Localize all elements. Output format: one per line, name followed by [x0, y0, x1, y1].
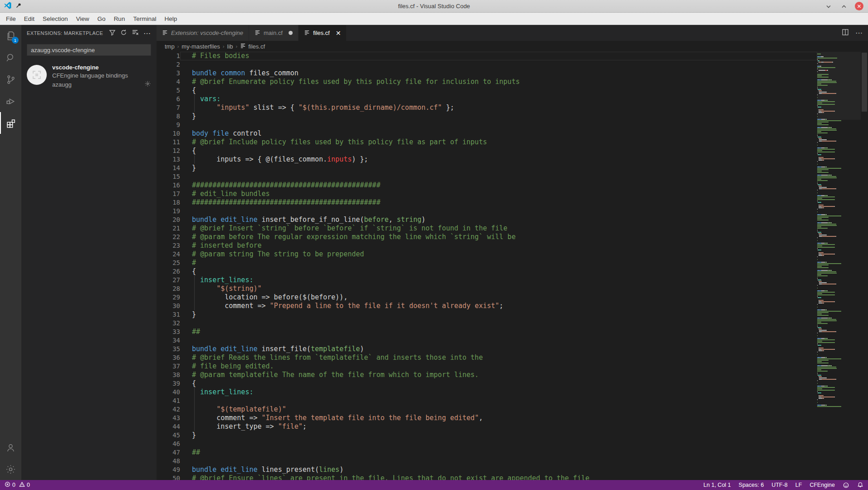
code-line-16[interactable]: 16######################################…	[157, 181, 817, 190]
extension-search-box[interactable]	[27, 44, 151, 56]
code-line-35[interactable]: 35bundle edit_line insert_file(templatef…	[157, 345, 817, 353]
code-line-11[interactable]: 11# @brief Include policy files used by …	[157, 138, 817, 147]
code-line-23[interactable]: 23# inserted before	[157, 241, 817, 250]
modified-dot-icon[interactable]	[289, 31, 293, 35]
code-line-19[interactable]: 19	[157, 207, 817, 216]
code-line-25[interactable]: 25#	[157, 259, 817, 267]
menu-view[interactable]: View	[72, 13, 93, 25]
code-line-42[interactable]: 42 "$(templatefile)"	[157, 405, 817, 414]
menu-run[interactable]: Run	[110, 13, 129, 25]
pin-icon[interactable]	[15, 2, 22, 10]
code-line-31[interactable]: 31}	[157, 310, 817, 319]
split-editor-icon[interactable]	[842, 29, 849, 38]
breadcrumb[interactable]: tmp›my-masterfiles›lib›files.cf	[157, 41, 868, 52]
code-line-47[interactable]: 47##	[157, 448, 817, 457]
eol-sequence[interactable]: LF	[795, 482, 802, 488]
breadcrumb-item-files.cf[interactable]: files.cf	[240, 43, 265, 50]
language-mode[interactable]: CFEngine	[809, 482, 835, 488]
filter-icon[interactable]	[109, 29, 116, 38]
tab-files-cf[interactable]: files.cf✕	[299, 25, 347, 41]
code-line-33[interactable]: 33##	[157, 328, 817, 336]
menu-edit[interactable]: Edit	[20, 13, 39, 25]
code-line-49[interactable]: 49bundle edit_line lines_present(lines)	[157, 466, 817, 474]
feedback-icon[interactable]	[843, 482, 849, 489]
code-line-37[interactable]: 37# file being edited.	[157, 362, 817, 371]
code-line-9[interactable]: 9	[157, 121, 817, 129]
source-control-icon[interactable]	[0, 69, 21, 90]
code-line-2[interactable]: 2	[157, 60, 817, 69]
code-line-1[interactable]: 1# Files bodies	[157, 52, 817, 60]
code-line-29[interactable]: 29 location => before($(before)),	[157, 293, 817, 302]
code-line-20[interactable]: 20bundle edit_line insert_before_if_no_l…	[157, 216, 817, 224]
code-editor[interactable]: 1# Files bodies23bundle common files_com…	[157, 52, 817, 480]
clear-results-icon[interactable]	[132, 29, 139, 38]
menu-go[interactable]: Go	[93, 13, 110, 25]
account-icon[interactable]	[0, 436, 21, 458]
code-line-17[interactable]: 17# edit_line bundles	[157, 190, 817, 198]
code-line-21[interactable]: 21# @brief Insert `string` before `befor…	[157, 224, 817, 233]
menu-selection[interactable]: Selection	[39, 13, 72, 25]
minimap[interactable]	[817, 52, 861, 480]
code-line-7[interactable]: 7 "inputs" slist => { "$(this.promise_di…	[157, 103, 817, 112]
extension-list-item[interactable]: vscode-cfengine CFEngine language bindin…	[21, 60, 157, 92]
scrollbar-thumb[interactable]	[862, 53, 867, 112]
code-line-3[interactable]: 3bundle common files_common	[157, 69, 817, 78]
code-line-32[interactable]: 32	[157, 319, 817, 328]
code-line-8[interactable]: 8}	[157, 112, 817, 121]
extension-search-input[interactable]	[31, 47, 147, 54]
problems-indicator[interactable]: 0 0	[5, 481, 30, 489]
tab-main-cf[interactable]: main.cf	[249, 25, 299, 41]
code-line-6[interactable]: 6 vars:	[157, 95, 817, 103]
code-line-36[interactable]: 36# @brief Reads the lines from `templat…	[157, 353, 817, 362]
maximize-icon[interactable]	[839, 2, 848, 11]
code-line-28[interactable]: 28 "$(string)"	[157, 284, 817, 293]
explorer-icon[interactable]: 1	[0, 25, 21, 47]
code-line-46[interactable]: 46	[157, 440, 817, 448]
code-line-30[interactable]: 30 comment => "Prepend a line to the fil…	[157, 302, 817, 310]
code-line-48[interactable]: 48	[157, 457, 817, 466]
editor-scrollbar[interactable]	[861, 52, 868, 480]
code-line-27[interactable]: 27 insert_lines:	[157, 276, 817, 284]
minimize-icon[interactable]	[824, 2, 833, 11]
code-line-45[interactable]: 45}	[157, 431, 817, 440]
more-actions-icon[interactable]: ⋯	[143, 29, 151, 38]
code-line-40[interactable]: 40 insert_lines:	[157, 388, 817, 397]
code-line-50[interactable]: 50# @brief Ensure `lines` are present in…	[157, 474, 817, 480]
code-line-13[interactable]: 13 inputs => { @(files_common.inputs) };	[157, 155, 817, 164]
extension-manage-gear-icon[interactable]	[144, 80, 151, 88]
close-window-icon[interactable]: ✕	[855, 2, 863, 10]
breadcrumb-item-lib[interactable]: lib	[227, 43, 233, 50]
code-line-39[interactable]: 39{	[157, 379, 817, 388]
code-line-18[interactable]: 18######################################…	[157, 198, 817, 207]
menu-file[interactable]: File	[2, 13, 20, 25]
run-debug-icon[interactable]	[0, 90, 21, 112]
code-line-41[interactable]: 41	[157, 397, 817, 405]
code-line-22[interactable]: 22# @param before The regular expression…	[157, 233, 817, 241]
cursor-position[interactable]: Ln 1, Col 1	[703, 482, 731, 488]
code-line-5[interactable]: 5{	[157, 86, 817, 95]
breadcrumb-item-my-masterfiles[interactable]: my-masterfiles	[181, 43, 220, 50]
editor-more-actions-icon[interactable]: ⋯	[855, 29, 863, 37]
code-line-12[interactable]: 12{	[157, 147, 817, 155]
settings-gear-icon[interactable]	[0, 458, 21, 480]
breadcrumb-item-tmp[interactable]: tmp	[165, 43, 175, 50]
code-line-24[interactable]: 24# @param string The string to be prepe…	[157, 250, 817, 259]
code-line-4[interactable]: 4# @brief Enumerate policy files used by…	[157, 78, 817, 86]
indentation[interactable]: Spaces: 6	[739, 482, 764, 488]
code-line-43[interactable]: 43 comment => "Insert the template file …	[157, 414, 817, 422]
code-line-26[interactable]: 26{	[157, 267, 817, 276]
code-line-34[interactable]: 34	[157, 336, 817, 345]
bell-icon[interactable]	[857, 482, 863, 488]
code-line-14[interactable]: 14}	[157, 164, 817, 172]
encoding[interactable]: UTF-8	[771, 482, 787, 488]
extensions-icon[interactable]	[0, 112, 21, 134]
close-tab-icon[interactable]: ✕	[336, 29, 341, 37]
code-line-10[interactable]: 10body file control	[157, 129, 817, 138]
search-icon[interactable]	[0, 47, 21, 69]
refresh-icon[interactable]	[120, 29, 127, 38]
menu-help[interactable]: Help	[160, 13, 181, 25]
tab-extension-vscode-cfengine[interactable]: Extension: vscode-cfengine	[157, 25, 249, 41]
code-line-15[interactable]: 15	[157, 172, 817, 181]
code-line-38[interactable]: 38# @param templatefile The name of the …	[157, 371, 817, 379]
menu-terminal[interactable]: Terminal	[129, 13, 160, 25]
